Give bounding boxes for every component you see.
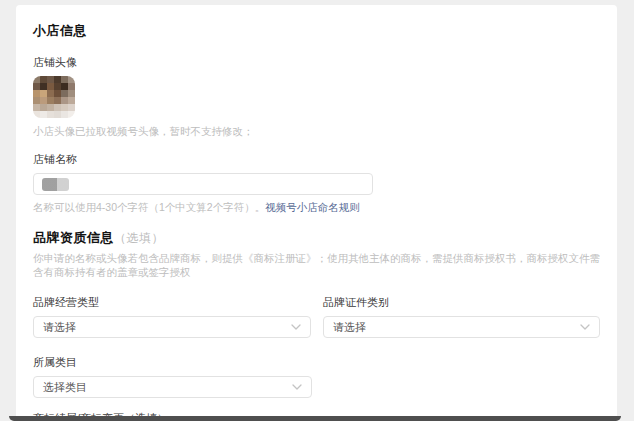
brand-info-description: 你申请的名称或头像若包含品牌商标，则提供《商标注册证》；使用其他主体的商标，需提…: [33, 252, 600, 280]
store-name-input[interactable]: [33, 173, 373, 195]
store-name-note-text: 名称可以使用4-30个字符（1个中文算2个字符）。: [33, 201, 265, 213]
chevron-down-icon: [580, 324, 590, 330]
brand-cert-select[interactable]: 请选择: [323, 316, 600, 338]
brand-cert-select-value: 请选择: [333, 320, 366, 335]
store-name-redacted-value: [42, 178, 69, 191]
brand-type-select-value: 请选择: [43, 320, 76, 335]
store-avatar-note: 小店头像已拉取视频号头像，暂时不支持修改；: [33, 125, 600, 139]
chevron-down-icon: [292, 384, 302, 390]
brand-type-label: 品牌经营类型: [33, 295, 311, 310]
brand-cert-label: 品牌证件类别: [323, 295, 600, 310]
brand-type-select[interactable]: 请选择: [33, 316, 311, 338]
store-name-label: 店铺名称: [33, 152, 600, 167]
category-select-value: 选择类目: [43, 380, 87, 395]
store-settings-card: 小店信息 店铺头像 小店头像已拉取视频号头像，暂时不支持修改； 店铺名称 名称可…: [16, 5, 617, 417]
store-avatar-label: 店铺头像: [33, 55, 600, 70]
store-avatar: [33, 76, 75, 118]
store-name-note: 名称可以使用4-30个字符（1个中文算2个字符）。视频号小店命名规则: [33, 201, 600, 215]
brand-info-optional-tag: （选填）: [114, 231, 164, 245]
brand-info-title: 品牌资质信息（选填）: [33, 229, 600, 247]
category-label: 所属类目: [33, 355, 600, 370]
window-bottom-edge: [9, 416, 621, 421]
chevron-down-icon: [291, 324, 301, 330]
category-select[interactable]: 选择类目: [33, 376, 312, 398]
brand-info-title-text: 品牌资质信息: [33, 230, 114, 245]
store-info-title: 小店信息: [33, 22, 600, 40]
naming-rule-link[interactable]: 视频号小店命名规则: [265, 201, 360, 213]
